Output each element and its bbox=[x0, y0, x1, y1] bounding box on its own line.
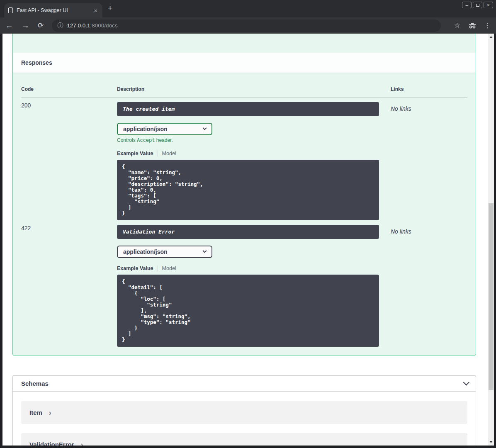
response-code: 422 bbox=[21, 225, 117, 347]
response-links: No links bbox=[391, 102, 467, 220]
chevron-right-icon: › bbox=[81, 441, 83, 448]
responses-table: Code Description Links 200 The created i… bbox=[21, 84, 467, 347]
responses-section-header: Responses bbox=[13, 53, 476, 73]
back-icon[interactable]: ← bbox=[5, 22, 13, 29]
chevron-right-icon: › bbox=[49, 409, 51, 416]
incognito-icon bbox=[468, 22, 477, 29]
schemas-header[interactable]: Schemas bbox=[13, 376, 476, 392]
close-button[interactable]: × bbox=[484, 2, 493, 8]
hint-pre: Controls bbox=[117, 137, 137, 143]
media-type-value: application/json bbox=[123, 248, 168, 255]
browser-window: Fast API - Swagger UI × + – × ← → ⟳ ⓘ 12… bbox=[0, 0, 496, 448]
schema-validationerror-card[interactable]: ValidationError › bbox=[21, 433, 467, 448]
schema-name: Item bbox=[29, 409, 42, 416]
scrollbar-thumb[interactable] bbox=[489, 203, 494, 390]
schemas-title: Schemas bbox=[21, 380, 49, 387]
browser-toolbar: ← → ⟳ ⓘ 127.0.0.1:8000/docs ☆ ⋮ bbox=[0, 17, 496, 34]
tab-model[interactable]: Model bbox=[162, 265, 176, 271]
url-path: :8000/docs bbox=[90, 22, 118, 29]
page-favicon-icon bbox=[8, 7, 13, 13]
reload-icon[interactable]: ⟳ bbox=[38, 22, 44, 29]
url-host: 127.0.0.1 bbox=[67, 22, 90, 29]
minimize-button[interactable]: – bbox=[462, 2, 472, 8]
col-header-links: Links bbox=[391, 86, 467, 92]
forward-icon[interactable]: → bbox=[22, 22, 29, 29]
response-description-cell: Validation Error application/json Exampl… bbox=[117, 225, 391, 347]
tab-example-value[interactable]: Example Value bbox=[117, 265, 153, 271]
chevron-down-icon[interactable] bbox=[463, 379, 470, 386]
tab-close-icon[interactable]: × bbox=[93, 7, 98, 14]
response-description: Validation Error bbox=[117, 225, 379, 239]
post-endpoint-block: Responses Code Description Links 200 The… bbox=[12, 34, 476, 355]
response-description-cell: The created item application/json Contro… bbox=[117, 102, 391, 220]
site-info-icon[interactable]: ⓘ bbox=[57, 22, 63, 29]
page-viewport: Responses Code Description Links 200 The… bbox=[0, 34, 496, 448]
media-type-select[interactable]: application/json bbox=[117, 246, 212, 258]
browser-menu-icon[interactable]: ⋮ bbox=[484, 22, 491, 29]
browser-tab[interactable]: Fast API - Swagger UI × bbox=[4, 3, 102, 17]
tab-example-value[interactable]: Example Value bbox=[117, 151, 153, 156]
tab-divider bbox=[158, 265, 158, 271]
address-bar[interactable]: ⓘ 127.0.0.1:8000/docs bbox=[52, 19, 441, 32]
scroll-down-icon[interactable] bbox=[489, 441, 493, 443]
chevron-down-icon bbox=[203, 126, 207, 130]
media-type-select[interactable]: application/json bbox=[117, 123, 212, 135]
tab-divider bbox=[158, 151, 158, 156]
responses-title: Responses bbox=[21, 59, 52, 66]
tab-title: Fast API - Swagger UI bbox=[17, 7, 89, 13]
media-type-value: application/json bbox=[123, 126, 168, 132]
tab-model[interactable]: Model bbox=[162, 151, 176, 156]
response-code: 200 bbox=[21, 102, 117, 220]
vertical-scrollbar[interactable] bbox=[488, 34, 494, 446]
example-json-200: { "name": "string", "price": 0, "descrip… bbox=[117, 160, 379, 220]
titlebar: Fast API - Swagger UI × + – × bbox=[0, 0, 496, 17]
hint-accept: Accept bbox=[137, 137, 155, 143]
window-controls: – × bbox=[462, 2, 493, 8]
schema-item-card[interactable]: Item › bbox=[21, 401, 467, 424]
example-model-tabs: Example Value Model bbox=[117, 151, 391, 156]
schemas-body: Item › ValidationError › bbox=[13, 392, 476, 448]
example-json-422: { "detail": [ { "loc": [ "string" ], "ms… bbox=[117, 275, 379, 347]
schemas-section: Schemas Item › ValidationError › bbox=[12, 375, 476, 448]
col-header-description: Description bbox=[117, 86, 391, 92]
response-description: The created item bbox=[117, 102, 379, 116]
response-row-422: 422 Validation Error application/json Ex… bbox=[21, 220, 467, 347]
response-row-200: 200 The created item application/json Co… bbox=[21, 98, 467, 220]
chevron-down-icon bbox=[203, 248, 207, 253]
response-links: No links bbox=[391, 225, 467, 347]
scroll-up-icon[interactable] bbox=[489, 36, 493, 38]
hint-post: header. bbox=[155, 137, 173, 143]
accept-header-hint: Controls Accept header. bbox=[117, 137, 391, 143]
example-model-tabs: Example Value Model bbox=[117, 265, 391, 271]
new-tab-button[interactable]: + bbox=[108, 4, 112, 13]
col-header-code: Code bbox=[21, 86, 117, 92]
responses-table-header: Code Description Links bbox=[21, 84, 467, 98]
maximize-icon bbox=[476, 4, 479, 7]
bookmark-star-icon[interactable]: ☆ bbox=[454, 21, 460, 30]
url-text: 127.0.0.1:8000/docs bbox=[67, 22, 117, 29]
maximize-button[interactable] bbox=[473, 2, 482, 8]
schema-name: ValidationError bbox=[29, 441, 74, 448]
